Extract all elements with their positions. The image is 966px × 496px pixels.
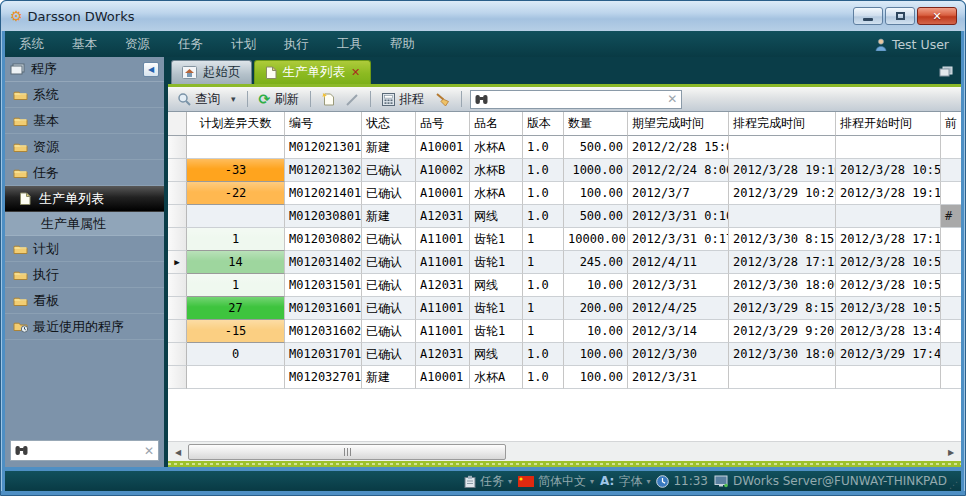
- cell-expected[interactable]: 2012/2/28 15:00: [628, 136, 729, 159]
- table-row[interactable]: 1M012031501已确认A12031网线1.010.002012/3/312…: [168, 274, 961, 297]
- cell-sched_end[interactable]: 2012/3/30 18:00: [729, 343, 836, 366]
- cell-code[interactable]: M012031501: [285, 274, 362, 297]
- cell-qty[interactable]: 245.00: [564, 251, 628, 274]
- production-order-grid[interactable]: 计划差异天数编号状态品号品名版本数量期望完成时间排程完成时间排程开始时间前M01…: [168, 112, 961, 441]
- cell-item_no[interactable]: A11001: [416, 297, 470, 320]
- cell-item_name[interactable]: 水杯A: [470, 136, 523, 159]
- cell-item_no[interactable]: A12031: [416, 274, 470, 297]
- cell-item_no[interactable]: A12031: [416, 343, 470, 366]
- cell-item_no[interactable]: A12031: [416, 205, 470, 228]
- cell-code[interactable]: M012021401: [285, 182, 362, 205]
- table-row[interactable]: -33M012021302已确认A10002水杯B1.01000.002012/…: [168, 159, 961, 182]
- cell-diff[interactable]: [187, 205, 285, 228]
- cell-sched_start[interactable]: 2012/3/29 17:46: [836, 343, 941, 366]
- sidebar-item-8[interactable]: 看板: [5, 288, 164, 314]
- status-task[interactable]: 任务 ▾: [464, 473, 512, 490]
- cell-sched_start[interactable]: 2012/3/28 17:13: [836, 228, 941, 251]
- cell-version[interactable]: 1.0: [523, 274, 564, 297]
- cell-code[interactable]: M012031701: [285, 343, 362, 366]
- row-header-cell[interactable]: [168, 136, 187, 159]
- cell-code[interactable]: M012032701: [285, 366, 362, 389]
- cell-clip[interactable]: [941, 320, 961, 343]
- cell-code[interactable]: M012031602: [285, 320, 362, 343]
- column-header-8[interactable]: 排程完成时间: [729, 112, 836, 136]
- cell-sched_end[interactable]: [729, 136, 836, 159]
- column-header-7[interactable]: 期望完成时间: [628, 112, 729, 136]
- cell-sched_end[interactable]: 2012/3/29 9:20: [729, 320, 836, 343]
- tab-start-page[interactable]: 起始页: [171, 60, 252, 84]
- maximize-button[interactable]: [885, 7, 915, 25]
- row-header-cell[interactable]: [168, 182, 187, 205]
- cell-code[interactable]: M012030801: [285, 205, 362, 228]
- cell-qty[interactable]: 10.00: [564, 274, 628, 297]
- cell-diff[interactable]: 1: [187, 228, 285, 251]
- cell-item_no[interactable]: A11001: [416, 320, 470, 343]
- cell-item_no[interactable]: A11001: [416, 251, 470, 274]
- sidebar-item-3[interactable]: 任务: [5, 160, 164, 186]
- scroll-right-icon[interactable]: ▶: [943, 444, 959, 460]
- cell-clip[interactable]: [941, 228, 961, 251]
- cell-version[interactable]: 1.0: [523, 343, 564, 366]
- cell-sched_start[interactable]: 2012/3/28 10:52: [836, 251, 941, 274]
- cell-item_name[interactable]: 网线: [470, 274, 523, 297]
- column-header-9[interactable]: 排程开始时间: [836, 112, 941, 136]
- cell-status[interactable]: 已确认: [362, 297, 416, 320]
- column-header-4[interactable]: 品名: [470, 112, 523, 136]
- menu-item-5[interactable]: 执行: [270, 31, 323, 57]
- cell-sched_start[interactable]: [836, 136, 941, 159]
- sidebar-item-0[interactable]: 系统: [5, 82, 164, 108]
- edit-button[interactable]: [343, 92, 362, 107]
- column-header-5[interactable]: 版本: [523, 112, 564, 136]
- cell-item_name[interactable]: 水杯A: [470, 182, 523, 205]
- scrollbar-thumb[interactable]: [188, 444, 506, 460]
- menu-item-7[interactable]: 帮助: [376, 31, 429, 57]
- cell-sched_start[interactable]: 2012/3/28 13:40: [836, 320, 941, 343]
- cell-diff[interactable]: -22: [187, 182, 285, 205]
- sidebar-collapse-button[interactable]: ◀: [143, 62, 159, 77]
- cell-status[interactable]: 新建: [362, 136, 416, 159]
- column-header-6[interactable]: 数量: [564, 112, 628, 136]
- sidebar-item-5[interactable]: 生产单属性: [5, 212, 164, 236]
- status-language[interactable]: 简体中文 ▾: [518, 473, 594, 490]
- cell-qty[interactable]: 100.00: [564, 366, 628, 389]
- cell-diff[interactable]: [187, 136, 285, 159]
- cell-sched_start[interactable]: 2012/3/28 19:10: [836, 182, 941, 205]
- cell-clip[interactable]: [941, 366, 961, 389]
- sidebar-item-1[interactable]: 基本: [5, 108, 164, 134]
- cell-version[interactable]: 1.0: [523, 159, 564, 182]
- cell-clip[interactable]: [941, 136, 961, 159]
- cell-sched_end[interactable]: [729, 366, 836, 389]
- cell-version[interactable]: 1: [523, 320, 564, 343]
- cell-item_name[interactable]: 水杯A: [470, 366, 523, 389]
- cell-expected[interactable]: 2012/4/25: [628, 297, 729, 320]
- minimize-button[interactable]: [853, 7, 883, 25]
- sidebar-item-4[interactable]: 生产单列表: [5, 186, 164, 212]
- table-row[interactable]: 0M012031701已确认A12031网线1.0100.002012/3/30…: [168, 343, 961, 366]
- cell-version[interactable]: 1: [523, 297, 564, 320]
- resize-grip[interactable]: ⋰: [949, 480, 959, 490]
- sidebar-item-2[interactable]: 资源: [5, 134, 164, 160]
- toolbar-search-input[interactable]: [492, 92, 663, 106]
- cell-sched_end[interactable]: [729, 205, 836, 228]
- cell-expected[interactable]: 2012/3/30: [628, 343, 729, 366]
- cell-version[interactable]: 1: [523, 251, 564, 274]
- cell-item_name[interactable]: 网线: [470, 205, 523, 228]
- cell-code[interactable]: M012021301: [285, 136, 362, 159]
- cell-version[interactable]: 1: [523, 228, 564, 251]
- row-header-cell[interactable]: [168, 343, 187, 366]
- row-header-cell[interactable]: [168, 297, 187, 320]
- cell-code[interactable]: M012030802: [285, 228, 362, 251]
- cell-item_name[interactable]: 水杯B: [470, 159, 523, 182]
- cell-item_name[interactable]: 齿轮1: [470, 251, 523, 274]
- toolbar-search-clear-icon[interactable]: ✕: [667, 92, 677, 106]
- menu-item-3[interactable]: 任务: [164, 31, 217, 57]
- table-row[interactable]: ▶14M012031402已确认A11001齿轮11245.002012/4/1…: [168, 251, 961, 274]
- column-header-1[interactable]: 编号: [285, 112, 362, 136]
- menu-item-6[interactable]: 工具: [323, 31, 376, 57]
- tab-production-order-list[interactable]: 生产单列表 ✕: [254, 60, 372, 84]
- cell-code[interactable]: M012031601: [285, 297, 362, 320]
- cell-status[interactable]: 已确认: [362, 182, 416, 205]
- clear-filter-button[interactable]: [432, 91, 453, 107]
- cell-diff[interactable]: 27: [187, 297, 285, 320]
- cell-sched_end[interactable]: 2012/3/28 17:13: [729, 251, 836, 274]
